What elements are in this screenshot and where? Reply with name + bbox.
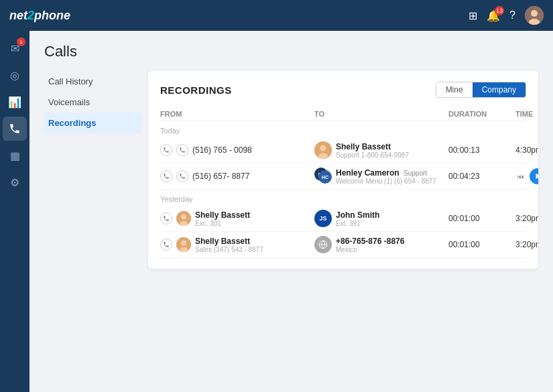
- to-sub: Welcome Menu (1) (6) 654 - 8877: [336, 178, 436, 185]
- from-sub: Exc. 301: [195, 220, 250, 227]
- nav-item-voicemails[interactable]: Voicemails: [44, 92, 141, 113]
- from-number: (516) 765 - 0098: [192, 145, 252, 155]
- sidebar-item-calls[interactable]: [3, 117, 27, 141]
- sidebar-item-settings[interactable]: ⚙: [3, 170, 27, 194]
- grid-icon: ▦: [10, 149, 20, 162]
- main-content: Calls Call History Voicemails Recordings…: [29, 31, 553, 392]
- to-avatar: [314, 141, 332, 159]
- from-sub: Sales (347) 543 - 8877: [195, 246, 263, 253]
- nav-item-call-history[interactable]: Call History: [44, 71, 141, 92]
- from-cell: Shelly Bassett Sales (347) 543 - 8877: [160, 237, 314, 253]
- col-to: TO: [314, 110, 448, 118]
- duration-cell: 00:04:23: [448, 172, 515, 181]
- phone-from-icon2: [176, 170, 188, 182]
- svg-point-8: [181, 214, 186, 220]
- duration-cell: 00:01:00: [448, 214, 515, 223]
- from-avatar: [176, 237, 191, 252]
- table-row: (516) 765 - 0098 Shelly Bassett Support …: [160, 137, 526, 164]
- mine-toggle-button[interactable]: Mine: [436, 82, 473, 97]
- table-row: (516) 657- 8877 SU HC Henley Cameron Sup…: [160, 164, 526, 190]
- audio-player-area: ⏮ 01:34 ↓: [515, 168, 538, 184]
- recordings-panel: RECORDINGS Mine Company FROM TO DURATION…: [148, 71, 538, 269]
- to-sub: Ext. 391: [336, 220, 379, 227]
- messages-badge: 1: [17, 38, 25, 46]
- user-avatar[interactable]: [525, 6, 544, 25]
- phone-from-icon: [160, 144, 172, 156]
- from-cell: (516) 657- 8877: [160, 170, 314, 182]
- analytics-icon: 📊: [8, 96, 21, 109]
- from-name: Shelly Bassett: [195, 210, 250, 220]
- phone-from-icon2: [176, 144, 188, 156]
- from-cell: (516) 765 - 0098: [160, 144, 314, 156]
- company-toggle-button[interactable]: Company: [473, 82, 526, 97]
- svg-marker-6: [536, 174, 539, 179]
- duration-val: 00:00:13: [448, 145, 480, 155]
- help-icon[interactable]: ?: [509, 9, 515, 21]
- to-name: John Smith: [336, 210, 379, 220]
- top-nav-right: ⊞ 🔔 13 ?: [469, 6, 544, 25]
- time-val: 3:20pm: [515, 214, 538, 223]
- logo: net2phone: [9, 9, 70, 23]
- skip-back-button[interactable]: ⏮: [515, 171, 526, 182]
- page-title: Calls: [44, 43, 538, 60]
- time-cell: 3:20pm: [515, 214, 538, 223]
- to-sub: Mexico: [336, 246, 404, 253]
- time-cell: 4:30pm: [515, 145, 538, 155]
- left-nav: Call History Voicemails Recordings: [44, 71, 148, 269]
- to-cell: JS John Smith Ext. 391: [314, 210, 448, 227]
- panel-header: RECORDINGS Mine Company: [160, 82, 526, 98]
- to-name: Shelly Bassett: [336, 142, 409, 151]
- panel-title: RECORDINGS: [160, 84, 232, 96]
- from-cell: Shelly Bassett Exc. 301: [160, 210, 314, 227]
- table-row: Shelly Bassett Exc. 301 JS John Smith Ex…: [160, 206, 526, 232]
- from-name: Shelly Bassett: [195, 237, 263, 246]
- time-val: 3:20pm: [515, 240, 538, 249]
- content-area: Call History Voicemails Recordings RECOR…: [44, 71, 538, 269]
- sidebar: ✉ 1 ◎ 📊 ▦ ⚙: [0, 31, 29, 392]
- duration-val: 00:01:00: [448, 240, 480, 249]
- phone-from-icon: [160, 170, 172, 182]
- section-today: Today: [160, 127, 526, 135]
- time-val: 4:30pm: [515, 145, 538, 155]
- phone-from-icon: [160, 239, 172, 251]
- col-duration: DURATION: [448, 110, 515, 118]
- to-name-tag: Support: [404, 170, 427, 177]
- svg-point-11: [181, 241, 186, 246]
- to-avatar-container: SU HC: [314, 168, 332, 185]
- time-cell: 3:20pm: [515, 240, 538, 249]
- phone-icon: [9, 123, 21, 135]
- sidebar-item-grid[interactable]: ▦: [3, 143, 27, 168]
- to-cell: SU HC Henley Cameron Support Welcome Men…: [314, 168, 448, 185]
- clock-icon: ◎: [10, 69, 19, 82]
- col-time: TIME: [515, 110, 538, 118]
- notification-badge: 13: [495, 6, 504, 15]
- grid-apps-icon[interactable]: ⊞: [469, 9, 477, 22]
- layout: ✉ 1 ◎ 📊 ▦ ⚙ Calls Call History Voicemail…: [0, 31, 553, 392]
- to-name: +86-765-876 -8876: [336, 237, 404, 246]
- sidebar-item-analytics[interactable]: 📊: [3, 90, 27, 114]
- duration-cell: 00:00:13: [448, 145, 515, 155]
- svg-point-1: [531, 10, 538, 17]
- table-header: FROM TO DURATION TIME CHARGES: [160, 107, 526, 121]
- to-avatar: [314, 236, 332, 253]
- mine-company-toggle: Mine Company: [436, 82, 526, 98]
- from-number: (516) 657- 8877: [192, 172, 249, 181]
- to-avatar: JS: [314, 210, 332, 227]
- settings-icon: ⚙: [10, 176, 19, 189]
- to-cell: Shelly Bassett Support 1-800-654-9987: [314, 141, 448, 159]
- sidebar-item-clock[interactable]: ◎: [3, 63, 27, 87]
- notifications-icon[interactable]: 🔔 13: [487, 9, 500, 22]
- duration-cell: 00:01:00: [448, 240, 515, 249]
- to-cell: +86-765-876 -8876 Mexico: [314, 236, 448, 253]
- play-button[interactable]: [530, 168, 538, 184]
- to-sub: Support 1-800-654-9987: [336, 151, 409, 159]
- nav-item-recordings[interactable]: Recordings: [44, 113, 141, 133]
- table-row: Shelly Bassett Sales (347) 543 - 8877 +8…: [160, 232, 526, 258]
- from-avatar: [176, 211, 191, 226]
- phone-from-icon: [160, 212, 172, 224]
- duration-val: 00:01:00: [448, 214, 480, 223]
- section-yesterday: Yesterday: [160, 195, 526, 203]
- sidebar-item-messages[interactable]: ✉ 1: [3, 36, 27, 60]
- duration-val: 00:04:23: [448, 172, 480, 181]
- svg-point-4: [320, 145, 326, 151]
